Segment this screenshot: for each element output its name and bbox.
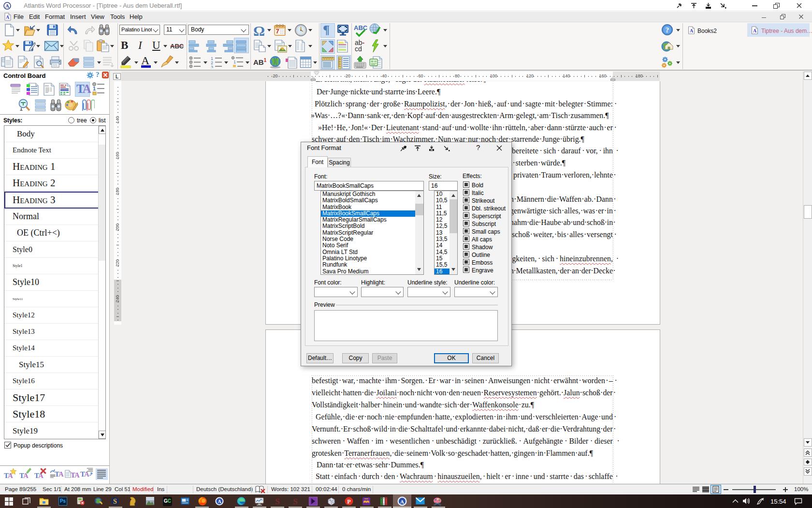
svg-text:A: A xyxy=(400,499,404,505)
svg-text:?: ? xyxy=(332,501,334,504)
svg-text:A: A xyxy=(753,28,757,33)
svg-text:?: ? xyxy=(666,26,669,34)
svg-text:3: 3 xyxy=(211,65,213,68)
svg-text:A: A xyxy=(690,28,694,33)
svg-text:S: S xyxy=(113,498,117,505)
svg-text:7: 7 xyxy=(276,28,279,35)
svg-text:1: 1 xyxy=(93,86,96,91)
svg-text:A: A xyxy=(5,3,9,9)
svg-text:1: 1 xyxy=(233,60,236,64)
svg-text:A: A xyxy=(6,15,10,20)
svg-text:P: P xyxy=(347,498,350,505)
svg-text:A: A xyxy=(218,499,221,504)
